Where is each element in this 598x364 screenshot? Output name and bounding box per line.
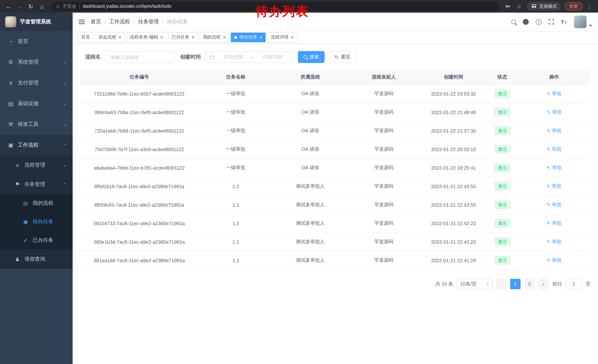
approve-link[interactable]: ✎审批 [547,220,562,226]
status-badge: 激活 [494,108,510,116]
tab-todo-task[interactable]: 待办任务 × [231,32,266,42]
edit-icon: ✎ [547,202,550,207]
table-row: 580e1b3d-7ac8-11ec-a9e2-a2380e71991a 1.1… [80,233,590,251]
help-icon[interactable]: ? [536,19,541,25]
goto-page-input[interactable] [566,279,582,289]
back-icon[interactable]: ← [4,4,13,9]
reset-button[interactable]: ↻ 重置 [329,51,356,63]
prev-page-button[interactable]: ‹ [496,279,507,289]
avatar-caret-icon[interactable] [589,25,592,27]
font-size-icon[interactable]: T T [561,19,567,25]
process-name-input[interactable] [105,51,174,63]
url-separator: | [79,4,80,9]
sidebar-item-done-task[interactable]: ✓ 已办任务 [0,231,73,250]
tab-start-process[interactable]: 发起流程 × [95,32,125,42]
breadcrumb-current: 待办任务 [167,18,188,25]
sidebar-item-infrastructure[interactable]: ▤ 基础设施 [0,93,73,114]
breadcrumb-workflow[interactable]: 工作流程 [109,18,130,25]
url-text: dashboard.yudao.iocoder.cn/bpm/task/todo [83,4,171,9]
tab-form-edit[interactable]: 流程表单-编辑 × [126,32,166,42]
approve-link[interactable]: ✎审批 [547,90,562,97]
approve-link[interactable]: ✎审批 [547,257,562,264]
chevron-down-icon [63,61,66,64]
col-task-name: 任务名称 [199,70,273,84]
sidebar-item-system[interactable]: ⚙ 系统管理 [0,52,73,73]
cell-created: 2022-01-22 21:48:48 [420,103,487,121]
github-icon[interactable] [523,19,529,25]
close-icon[interactable]: × [160,35,163,40]
sidebar-item-payment[interactable]: ¥ 支付管理 [0,73,73,93]
tab-process-detail[interactable]: 流程详情 × [267,32,297,42]
sidebar-item-task-management[interactable]: ⚑ 任务管理 [0,175,73,194]
date-range-picker[interactable]: 开始日期 - 结束日期 [205,51,293,63]
key-icon[interactable] [503,3,513,9]
approve-link[interactable]: ✎审批 [547,238,562,245]
sidebar-item-workflow[interactable]: ▣ 工作流程 [0,135,73,155]
tab-home[interactable]: 首页 [78,32,93,42]
page-button-2[interactable]: 2 [524,279,535,289]
cell-process: OA 请假 [273,84,348,103]
sidebar-item-devtools[interactable]: ⚒ 研发工具 [0,114,73,135]
approve-link[interactable]: ✎审批 [547,202,562,208]
cell-task-name: 1.1 [199,233,273,251]
table-row: 58154733-7ac8-11ec-a9e2-a2380e71991a 1.2… [80,214,590,233]
close-icon[interactable]: × [119,35,121,40]
cell-created: 2022-01-21 22:43:55 [420,195,487,214]
approve-link[interactable]: ✎审批 [547,127,562,134]
approve-link[interactable]: ✎审批 [547,146,562,153]
breadcrumb-separator: / [133,19,135,25]
breadcrumb-task-management[interactable]: 任务管理 [138,18,159,25]
tab-done-task[interactable]: 已办任务 × [168,32,198,42]
search-button[interactable]: 搜索 [298,51,324,63]
search-icon[interactable] [511,20,515,24]
browser-menu-icon[interactable]: ⋮ [585,4,594,9]
home-icon[interactable]: ⌂ [37,4,47,9]
edit-icon: ✎ [547,258,550,263]
app-title: 芋道管理系统 [20,18,51,25]
tab-label: 流程表单-编辑 [130,34,158,40]
approve-link[interactable]: ✎审批 [547,109,562,115]
close-icon[interactable]: × [223,35,226,40]
approve-link[interactable]: ✎审批 [547,164,562,171]
cell-starter: 芋道源码 [348,159,420,177]
sidebar-item-label: 首页 [18,38,28,45]
close-icon[interactable]: × [291,35,294,40]
fullscreen-icon[interactable] [548,19,554,24]
page-size-value: 10条/页 [460,281,476,287]
security-label: 不安全 [63,3,76,9]
reload-icon[interactable]: ↻ [26,4,36,9]
avatar[interactable] [574,16,587,28]
sidebar-item-todo-task[interactable]: ◉ 待办任务 [0,212,73,231]
bookmark-star-icon[interactable]: ☆ [514,4,524,9]
tab-my-process[interactable]: 我的流程 × [200,32,229,42]
sidebar-item-label: 支付管理 [18,80,39,86]
refresh-icon: ↻ [335,55,339,59]
update-button[interactable]: 更新 [565,2,582,10]
hamburger-icon[interactable] [79,20,85,24]
page-button-1[interactable]: 1 [510,279,521,289]
gear-icon: ⚙ [8,59,14,65]
edit-icon: ✎ [547,91,550,96]
sidebar-item-leave-query[interactable]: ♟ 请假查询 [0,250,73,269]
app-logo[interactable]: 芋道管理系统 [0,13,73,31]
sidebar-item-label: 流程管理 [25,162,45,169]
sidebar-item-my-process[interactable]: ◎ 我的流程 [0,194,73,212]
close-icon[interactable]: × [259,35,262,40]
tab-label: 流程详情 [271,34,289,40]
status-badge: 激活 [494,256,510,264]
forward-icon[interactable]: → [15,4,25,9]
cell-created: 2022-01-21 22:42:23 [420,233,487,251]
approve-link[interactable]: ✎审批 [547,183,562,190]
close-icon[interactable]: × [191,35,194,40]
annotation-text: 待办列表 [256,3,309,20]
cell-process: 测试多审批人 [273,177,348,195]
sidebar-item-home[interactable]: ◔ 首页 [0,31,73,52]
col-status: 状态 [487,70,518,84]
sidebar: 芋道管理系统 ◔ 首页 ⚙ 系统管理 ¥ 支付管理 ▤ 基础设施 [0,13,73,364]
page-size-select[interactable]: 10条/页 [457,279,492,289]
col-task-id: 任务编号 [80,70,199,84]
next-page-button[interactable]: › [538,279,549,289]
breadcrumb-home[interactable]: 首页 [91,18,101,25]
process-name-label: 流程名 [85,54,101,60]
sidebar-item-process-management[interactable]: ≡ 流程管理 [0,155,73,175]
